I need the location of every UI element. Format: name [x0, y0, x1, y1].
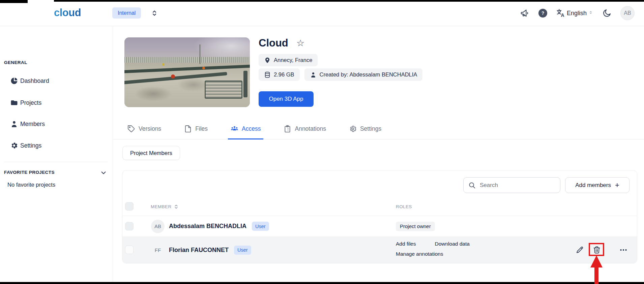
sidebar-item-label: Members — [20, 121, 45, 128]
environment-badge[interactable]: Internal — [112, 7, 141, 19]
search-box — [463, 177, 560, 193]
sidebar-item-label: Settings — [20, 142, 41, 149]
column-header-member: MEMBER — [151, 204, 179, 209]
project-thumbnail — [124, 37, 250, 107]
roles-cell: Add files Download data Manage annotatio… — [396, 241, 470, 257]
sidebar-section-general: GENERAL — [4, 60, 27, 65]
gear-icon — [349, 125, 357, 133]
table-row: AB Abdessalam BENCHADLIA User Project ow… — [122, 216, 637, 237]
role-text: Manage annotations — [396, 251, 470, 257]
file-icon — [184, 125, 192, 133]
created-by-text: Created by: Abdessalam BENCHADLIA — [320, 71, 417, 78]
annotation-highlight-box — [589, 243, 604, 256]
tab-annotations[interactable]: Annotations — [281, 119, 328, 139]
window-frame-bottom-edge — [0, 282, 644, 284]
translate-icon: A — [556, 8, 565, 18]
role-badge: Project owner — [396, 222, 435, 231]
tag-icon — [127, 125, 135, 133]
avatar: FF — [151, 243, 165, 257]
role-text: Add files — [396, 241, 416, 247]
member-name: Abdessalam BENCHADLIA — [169, 223, 246, 230]
language-chevron-icon — [588, 10, 593, 17]
annotation-arrow-icon — [590, 255, 603, 267]
account-type-badge: User — [234, 246, 251, 255]
svg-text:A: A — [561, 12, 564, 18]
language-label: English — [567, 10, 587, 17]
sidebar: GENERAL Dashboard Projects Members Setti… — [0, 26, 113, 282]
person-icon — [310, 71, 317, 78]
tab-label: Versions — [139, 125, 161, 132]
app-logo[interactable]: cloud — [54, 7, 81, 19]
search-input[interactable] — [480, 182, 555, 189]
add-members-label: Add members — [575, 182, 611, 189]
language-selector[interactable]: A English — [556, 8, 593, 18]
avatar: AB — [151, 220, 165, 233]
edit-member-icon[interactable] — [576, 246, 584, 254]
tab-label: Access — [242, 125, 261, 132]
project-tabs: Versions Files Access Annotations Settin… — [113, 119, 644, 139]
members-toolbar: Add members + — [463, 177, 630, 193]
project-meta-row: 2.96 GB Created by: Abdessalam BENCHADLI… — [259, 68, 422, 81]
favorites-collapse-chevron-icon[interactable] — [100, 169, 107, 177]
dashboard-pie-icon — [10, 77, 18, 85]
tab-versions[interactable]: Versions — [125, 119, 164, 139]
tab-files[interactable]: Files — [181, 119, 210, 139]
environment-select-chevron-icon[interactable] — [150, 9, 158, 17]
annotation-arrow-shaft — [594, 266, 598, 284]
location-pin-icon — [264, 57, 271, 64]
sidebar-item-settings[interactable]: Settings — [0, 140, 113, 151]
announcements-icon[interactable] — [520, 8, 530, 18]
top-bar: cloud Internal ? A English AB — [0, 0, 644, 26]
sidebar-item-dashboard[interactable]: Dashboard — [0, 75, 113, 86]
storage-size-text: 2.96 GB — [274, 71, 294, 78]
sidebar-item-projects[interactable]: Projects — [0, 97, 113, 108]
role-text: Download data — [435, 241, 469, 247]
more-actions-icon[interactable] — [619, 246, 627, 254]
column-header-roles: ROLES — [396, 204, 412, 209]
subtab-project-members[interactable]: Project Members — [122, 146, 180, 160]
people-group-icon — [231, 125, 238, 133]
favorites-empty-text: No favorite projects — [7, 182, 55, 188]
favorite-star-icon[interactable]: ☆ — [296, 38, 304, 49]
folder-icon — [10, 99, 18, 107]
window-frame-notch — [0, 0, 28, 3]
thumbnail-valve-cluster — [205, 81, 242, 99]
plus-icon: + — [615, 182, 619, 189]
tab-label: Annotations — [295, 125, 326, 132]
location-text: Annecy, France — [274, 57, 312, 63]
storage-chip: 2.96 GB — [259, 68, 300, 81]
member-name: Florian FAUCONNET — [169, 247, 229, 254]
open-3d-app-button[interactable]: Open 3D App — [259, 91, 314, 107]
add-members-button[interactable]: Add members + — [565, 177, 630, 193]
table-header: MEMBER ROLES — [122, 197, 637, 216]
tab-access[interactable]: Access — [228, 119, 263, 139]
gear-icon — [10, 141, 18, 150]
sidebar-divider — [4, 162, 108, 162]
account-type-badge: User — [252, 222, 269, 231]
database-icon — [264, 71, 271, 78]
person-icon — [10, 120, 18, 128]
location-chip: Annecy, France — [259, 54, 318, 66]
search-icon — [468, 182, 476, 189]
select-all-checkbox[interactable] — [125, 202, 134, 211]
created-by-chip: Created by: Abdessalam BENCHADLIA — [304, 68, 423, 81]
help-icon[interactable]: ? — [538, 9, 547, 18]
row-checkbox[interactable] — [125, 246, 134, 254]
app-window: cloud Internal ? A English AB — [0, 0, 644, 284]
clipboard-icon — [284, 125, 291, 133]
dark-mode-toggle-icon[interactable] — [602, 8, 612, 18]
tab-label: Settings — [360, 125, 381, 132]
members-card: Add members + MEMBER ROLES AB Abdessalam… — [122, 170, 637, 263]
row-checkbox[interactable] — [125, 222, 134, 230]
tab-settings[interactable]: Settings — [346, 119, 384, 139]
sidebar-item-label: Projects — [20, 99, 41, 106]
sidebar-item-label: Dashboard — [20, 77, 49, 85]
window-frame-top-edge — [54, 0, 644, 2]
sidebar-item-members[interactable]: Members — [0, 119, 113, 129]
table-row: FF Florian FAUCONNET User Add files Down… — [122, 237, 637, 263]
sidebar-section-favorites: FAVORITE PROJECTS — [4, 170, 55, 175]
user-avatar[interactable]: AB — [620, 6, 635, 20]
topbar-actions: ? A English AB — [520, 0, 635, 26]
sort-icon[interactable] — [174, 204, 179, 209]
page-title: Cloud — [259, 37, 288, 49]
